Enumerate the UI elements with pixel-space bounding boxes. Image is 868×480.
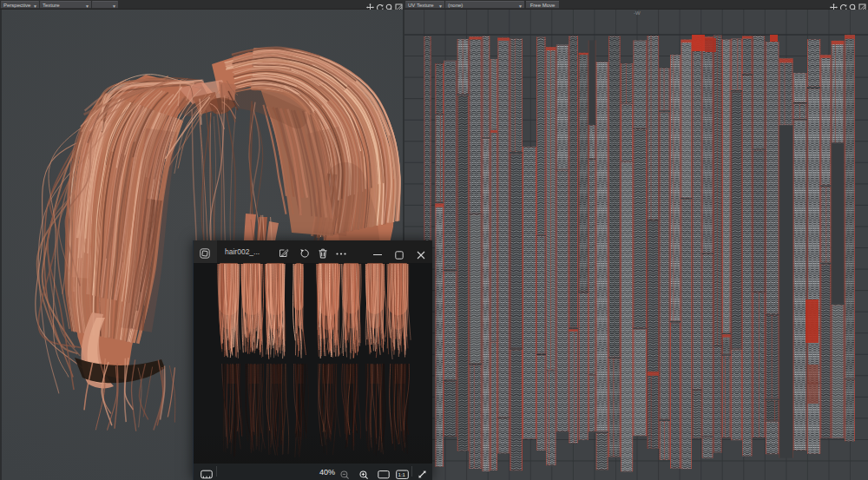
svg-text:1:1: 1:1 — [398, 472, 406, 477]
